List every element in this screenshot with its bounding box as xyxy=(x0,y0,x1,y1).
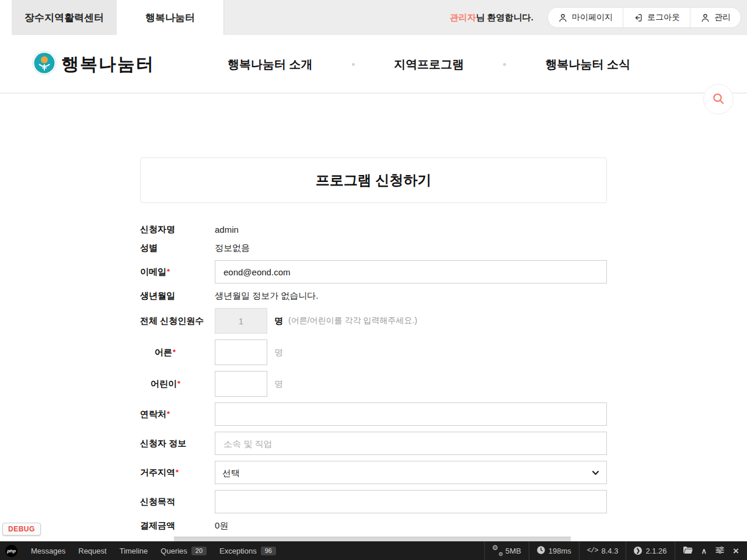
debugbar-tab-request[interactable]: Request xyxy=(72,541,113,560)
nav-item-news[interactable]: 행복나눔터 소식 xyxy=(545,57,630,72)
field-label: 생년월일 xyxy=(140,290,215,302)
php-version-indicator: </> 8.4.3 xyxy=(579,541,626,560)
memory-usage-indicator: ⚙⚙ 5MB xyxy=(484,541,529,560)
user-icon xyxy=(558,13,568,23)
search-button[interactable] xyxy=(703,84,734,114)
search-icon xyxy=(711,92,725,107)
page: 장수지역활력센터 행복나눔터 관리자님 환영합니다. 마이페이지 xyxy=(0,0,747,560)
debugbar-tab-queries[interactable]: Queries 20 xyxy=(154,541,213,560)
page-title: 프로그램 신청하기 xyxy=(316,171,432,190)
debug-badge[interactable]: DEBUG xyxy=(2,523,41,536)
form-row-child: 어린이* 명 xyxy=(140,371,607,397)
adult-count-field[interactable] xyxy=(215,340,267,365)
top-bar: 장수지역활력센터 행복나눔터 관리자님 환영합니다. 마이페이지 xyxy=(0,0,747,35)
form-row-adult: 어른* 명 xyxy=(140,340,607,365)
form-row-email: 이메일* xyxy=(140,260,607,284)
php-logo-icon: php xyxy=(5,545,18,557)
top-bar-right: 관리자님 환영합니다. 마이페이지 xyxy=(224,0,747,35)
nav-item-programs[interactable]: 지역프로그램 xyxy=(394,57,464,72)
debugbar-tab-exceptions[interactable]: Exceptions 96 xyxy=(213,541,282,560)
form-row-total-count: 전체 신청인원수 명 (어른/어린이를 각각 입력해주세요.) xyxy=(140,308,607,334)
logout-icon xyxy=(633,13,643,23)
site-tab-haengbok[interactable]: 행복나눔터 xyxy=(117,0,224,35)
debugbar-tab-timeline[interactable]: Timeline xyxy=(113,541,155,560)
gears-icon: ⚙⚙ xyxy=(493,546,502,555)
required-mark: * xyxy=(173,348,176,356)
applicant-name-value: admin xyxy=(215,225,239,235)
field-label: 결제금액 xyxy=(140,520,215,531)
open-folder-icon[interactable] xyxy=(683,546,693,556)
field-label: 성별 xyxy=(140,243,215,254)
debugbar-right: ⚙⚙ 5MB 198ms </> 8.4.3 ❯ 2.1.26 xyxy=(484,541,747,560)
memory-usage-value: 5MB xyxy=(505,547,521,555)
logo-text: 행복나눔터 xyxy=(61,52,155,76)
account-menu: 마이페이지 로그아웃 xyxy=(547,7,741,28)
debugbar-tab-messages[interactable]: Messages xyxy=(25,541,72,560)
queries-count-badge: 20 xyxy=(191,547,207,555)
form-row-region: 거주지역* 선택 xyxy=(140,461,607,484)
admin-button[interactable]: 관리 xyxy=(690,8,741,27)
site-tab-jangsu[interactable]: 장수지역활력센터 xyxy=(12,0,117,35)
request-time-indicator: 198ms xyxy=(529,541,579,560)
chevron-circle-icon: ❯ xyxy=(634,547,642,555)
site-header: 행복나눔터 행복나눔터 소개 지역프로그램 행복나눔터 소식 xyxy=(0,35,747,93)
required-mark: * xyxy=(177,379,180,388)
clock-icon xyxy=(537,546,545,556)
field-label: 이메일* xyxy=(140,267,215,278)
site-tab-label: 장수지역활력센터 xyxy=(25,11,104,24)
unit-label: 명 xyxy=(274,316,283,327)
field-label: 신청목적 xyxy=(140,496,215,508)
welcome-message: 관리자님 환영합니다. xyxy=(450,12,533,23)
gender-value: 정보없음 xyxy=(215,243,250,254)
email-field[interactable] xyxy=(215,260,607,284)
child-count-field[interactable] xyxy=(215,371,267,397)
site-logo[interactable]: 행복나눔터 xyxy=(32,35,155,93)
chevron-up-icon[interactable]: ∧ xyxy=(701,547,707,555)
field-label: 어른* xyxy=(140,347,215,358)
required-mark: * xyxy=(176,468,179,477)
total-count-field xyxy=(215,308,267,334)
site-tab-label: 행복나눔터 xyxy=(145,11,195,24)
form-row-purpose: 신청목적 xyxy=(140,490,607,513)
welcome-username: 관리자 xyxy=(450,12,476,22)
birthdate-value: 생년월일 정보가 없습니다. xyxy=(215,290,319,302)
field-label: 거주지역* xyxy=(140,467,215,478)
form-row-applicant-name: 신청자명 admin xyxy=(140,223,607,236)
nav-item-about[interactable]: 행복나눔터 소개 xyxy=(228,57,313,72)
form-row-applicant-info: 신청자 정보 xyxy=(140,432,607,455)
application-form: 프로그램 신청하기 신청자명 admin 성별 정보없음 이메일* 생년월일 생… xyxy=(140,158,607,538)
required-mark: * xyxy=(167,410,170,418)
request-time-value: 198ms xyxy=(549,547,571,555)
form-row-gender: 성별 정보없음 xyxy=(140,242,607,254)
partial-element-strip xyxy=(174,537,571,541)
field-label: 신청자 정보 xyxy=(140,438,215,449)
purpose-field[interactable] xyxy=(215,490,607,513)
logout-button[interactable]: 로그아웃 xyxy=(623,8,690,27)
field-label: 어린이* xyxy=(140,379,215,390)
debugbar-version-value: 2.1.26 xyxy=(645,547,666,555)
field-label: 전체 신청인원수 xyxy=(140,316,215,327)
unit-label: 명 xyxy=(274,379,283,390)
field-label: 연락처* xyxy=(140,409,215,420)
payment-amount-value: 0원 xyxy=(215,520,228,531)
form-row-contact: 연락처* xyxy=(140,402,607,426)
welcome-rest: 님 환영합니다. xyxy=(476,12,533,22)
logout-label: 로그아웃 xyxy=(647,12,680,23)
mypage-button[interactable]: 마이페이지 xyxy=(548,8,623,27)
close-icon[interactable]: × xyxy=(733,546,739,556)
user-icon xyxy=(700,13,710,23)
nav-separator-dot xyxy=(503,63,506,66)
applicant-info-field[interactable] xyxy=(215,432,607,455)
sliders-icon[interactable] xyxy=(715,546,724,556)
exceptions-count-badge: 96 xyxy=(261,547,276,555)
contact-field[interactable] xyxy=(215,402,607,426)
main-nav: 행복나눔터 소개 지역프로그램 행복나눔터 소식 xyxy=(228,35,630,93)
admin-label: 관리 xyxy=(714,12,731,23)
nav-separator-dot xyxy=(352,63,355,66)
unit-label: 명 xyxy=(274,347,283,358)
form-title-box: 프로그램 신청하기 xyxy=(140,158,607,203)
debug-bar: php Messages Request Timeline Queries 20… xyxy=(0,541,747,560)
form-row-payment: 결제금액 0원 xyxy=(140,519,607,532)
region-select[interactable]: 선택 xyxy=(215,461,607,484)
field-label: 신청자명 xyxy=(140,224,215,235)
